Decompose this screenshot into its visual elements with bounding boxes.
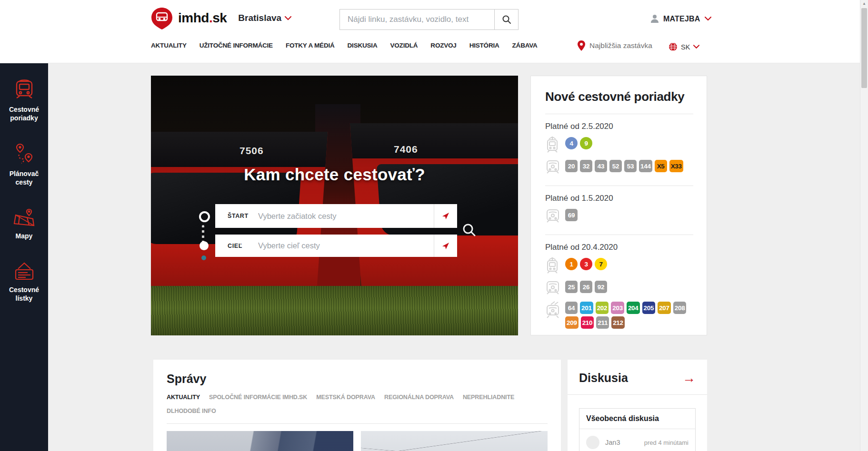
- nav-item-fotky-a-m-di-[interactable]: FOTKY A MÉDIÁ: [286, 42, 335, 49]
- divider: [545, 235, 693, 235]
- discussion-entry[interactable]: Jan3 pred 4 minútami: [579, 429, 695, 451]
- nav-item-aktuality[interactable]: AKTUALITY: [151, 42, 187, 49]
- line-badge[interactable]: 32: [580, 160, 592, 172]
- line-badge[interactable]: 53: [624, 160, 637, 172]
- news-tab-dlhodob-info[interactable]: DLHODOBÉ INFO: [167, 408, 216, 414]
- bus-icon: [545, 159, 561, 176]
- imhd-logo-icon: [150, 7, 173, 29]
- news-card: Správy AKTUALITYSPOLOČNÉ INFORMÁCIE IMHD…: [153, 360, 561, 451]
- nav-item-u-ito-n-inform-cie[interactable]: UŽITOČNÉ INFORMÁCIE: [200, 42, 273, 49]
- hero-title: Kam chcete cestovať?: [151, 165, 518, 184]
- nav-item-hist-ria[interactable]: HISTÓRIA: [469, 42, 499, 49]
- line-badge[interactable]: 69: [565, 209, 578, 221]
- nearest-stop-link[interactable]: Najbližšia zastávka: [577, 40, 652, 51]
- line-badge[interactable]: 203: [611, 302, 624, 314]
- scrollbar[interactable]: ▲: [860, 0, 868, 451]
- line-badge[interactable]: 1: [565, 258, 578, 270]
- start-input[interactable]: [257, 211, 434, 221]
- nav-item-vozidl-[interactable]: VOZIDLÁ: [390, 42, 418, 49]
- globe-icon: [668, 42, 678, 51]
- trip-search-button[interactable]: [460, 221, 478, 238]
- line-badge[interactable]: 144: [639, 160, 652, 172]
- hero-banner: 7506 7406 Kam chcete cestovať? ŠTART CIE…: [151, 76, 518, 335]
- line-badge[interactable]: X33: [669, 160, 683, 172]
- news-tab-region-lna-doprava[interactable]: REGIONÁLNA DOPRAVA: [384, 394, 454, 401]
- news-tab-mestsk-doprava[interactable]: MESTSKÁ DOPRAVA: [316, 394, 375, 401]
- line-badge[interactable]: 201: [580, 302, 593, 314]
- timetables-title: Nové cestovné poriadky: [545, 89, 693, 104]
- news-tab-aktuality[interactable]: AKTUALITY: [167, 394, 200, 401]
- nav-item-diskusia[interactable]: DISKUSIA: [348, 42, 378, 49]
- line-badge[interactable]: 204: [627, 302, 640, 314]
- tram-icon: [545, 257, 561, 276]
- timetable-row-tram: 137: [545, 258, 693, 276]
- city-selector[interactable]: Bratislava: [238, 13, 291, 23]
- timetable-valid-date: Platné od 2.5.2020: [545, 122, 693, 131]
- sidebar-item-cestovne-listky[interactable]: Cestovné lístky: [0, 261, 48, 303]
- news-tabs: AKTUALITYSPOLOČNÉ INFORMÁCIE IMHD.SKMEST…: [167, 394, 529, 414]
- news-thumbnails: [167, 431, 548, 451]
- locate-arrow-icon: [441, 212, 450, 220]
- sidebar-item-mapy[interactable]: Mapy: [0, 207, 48, 240]
- line-badge[interactable]: 210: [581, 316, 594, 329]
- sidebar-item-label: Plánovač cesty: [10, 169, 39, 186]
- line-badge[interactable]: 212: [611, 316, 625, 329]
- line-badge[interactable]: 92: [595, 281, 607, 293]
- vehicle-number: 7406: [394, 144, 418, 155]
- timetable-row-bus: 69: [545, 209, 693, 225]
- map-pin-icon: [577, 40, 586, 51]
- line-badge[interactable]: 208: [673, 302, 687, 314]
- discussion-arrow-link[interactable]: →: [682, 373, 696, 383]
- line-badge[interactable]: 25: [565, 281, 578, 293]
- chevron-down-icon: [705, 17, 711, 21]
- language-selector[interactable]: SK: [668, 42, 699, 51]
- vehicle-number: 7506: [239, 145, 264, 157]
- header: imhd.sk Bratislava MATEJBA AKTUALITYUŽIT…: [0, 0, 868, 63]
- news-tab-spolo-n-inform-cie-imhd-sk[interactable]: SPOLOČNÉ INFORMÁCIE IMHD.SK: [209, 394, 307, 401]
- news-article-image[interactable]: [361, 431, 548, 451]
- nav-item-z-bava[interactable]: ZÁBAVA: [512, 42, 538, 49]
- line-badge[interactable]: 7: [595, 258, 607, 270]
- destination-input[interactable]: [257, 241, 434, 251]
- sidebar: Cestovné poriadky Plánovač cesty Mapy Ce…: [0, 63, 48, 451]
- line-badge[interactable]: 211: [596, 316, 609, 329]
- timetable-row-bus: 2032435253144X5X33: [545, 160, 693, 176]
- line-badge[interactable]: 52: [609, 160, 622, 172]
- sidebar-item-label: Cestovné poriadky: [9, 105, 39, 122]
- divider: [545, 114, 693, 114]
- timetable-row-trolleybus: 64201202203204205207208209210211212: [545, 302, 693, 329]
- line-badge[interactable]: 202: [596, 302, 609, 314]
- line-badge[interactable]: 4: [565, 137, 578, 149]
- trolleybus-icon: [545, 301, 561, 321]
- line-badge[interactable]: 43: [595, 160, 607, 172]
- scrollbar-up-arrow[interactable]: ▲: [860, 1, 868, 6]
- line-badges: 64201202203204205207208209210211212: [565, 302, 693, 329]
- destination-locate-button[interactable]: [434, 235, 457, 257]
- sidebar-item-cestovne-poriadky[interactable]: Cestovné poriadky: [0, 79, 48, 122]
- sidebar-item-planovac-cesty[interactable]: Plánovač cesty: [0, 143, 48, 186]
- line-badge[interactable]: 3: [580, 258, 592, 270]
- line-badge[interactable]: 9: [580, 137, 592, 149]
- line-badge[interactable]: 205: [642, 302, 656, 314]
- news-tab-neprehliadnite[interactable]: NEPREHLIADNITE: [463, 394, 514, 401]
- line-badge[interactable]: X5: [655, 160, 667, 172]
- logo-text: imhd.sk: [178, 10, 227, 26]
- bus-icon: [14, 79, 35, 101]
- tram-icon: [545, 136, 561, 155]
- start-locate-button[interactable]: [434, 204, 457, 228]
- line-badge[interactable]: 64: [565, 302, 578, 314]
- discussion-board-title[interactable]: Všeobecná diskusia: [579, 409, 695, 429]
- news-article-image[interactable]: [167, 431, 353, 451]
- username: MATEJBA: [663, 15, 700, 23]
- scrollbar-thumb[interactable]: [861, 8, 867, 88]
- line-badge[interactable]: 207: [658, 302, 671, 314]
- search-input[interactable]: [340, 10, 494, 29]
- divider: [167, 423, 548, 424]
- user-menu[interactable]: MATEJBA: [650, 14, 711, 23]
- nav-item-rozvoj[interactable]: ROZVOJ: [430, 42, 456, 49]
- line-badge[interactable]: 20: [565, 160, 578, 172]
- line-badge[interactable]: 26: [580, 281, 592, 293]
- brand[interactable]: imhd.sk Bratislava: [150, 7, 291, 29]
- search-button[interactable]: [494, 10, 518, 29]
- line-badge[interactable]: 209: [565, 316, 579, 329]
